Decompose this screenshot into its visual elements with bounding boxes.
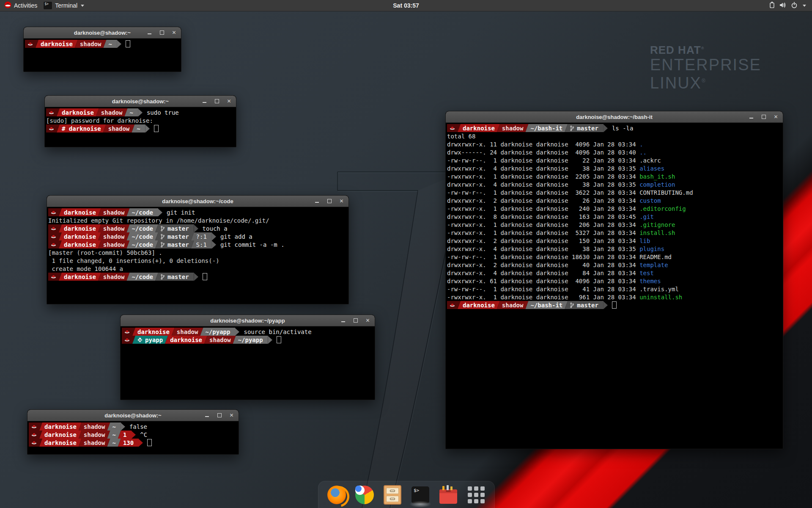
close-button[interactable]	[773, 114, 779, 120]
terminal-body[interactable]: darknoiseshadow~/pyappsource bin/activat…	[121, 326, 375, 344]
fedora-icon	[124, 337, 130, 342]
ls-row: drwxrwxr-x. 2 darknoise darknoise 26 Jan…	[447, 196, 781, 204]
terminal-cursor	[154, 125, 159, 132]
prompt-line: pyappdarknoiseshadow~/pyapp	[122, 336, 373, 344]
ls-row-fields: drwxrwxr-x. 4 darknoise darknoise 38 Jan…	[447, 246, 639, 252]
maximize-button[interactable]	[214, 99, 219, 104]
close-button[interactable]	[229, 413, 234, 418]
close-button[interactable]	[339, 199, 344, 204]
window-title: darknoise@shadow:~	[104, 412, 161, 419]
prompt-git-segment: master	[565, 124, 604, 132]
fedora-icon	[51, 226, 56, 231]
ls-file-name: install.sh	[639, 229, 675, 236]
ls-row-fields: -rwxrwxr-x. 1 darknoise darknoise 240 Ja…	[447, 205, 639, 212]
ls-row-fields: -rwxrwxr-x. 1 darknoise darknoise 961 Ja…	[447, 294, 639, 301]
branch-icon	[570, 302, 574, 308]
chrome-icon[interactable]	[355, 485, 374, 505]
prompt-line: darknoiseshadow~1^C	[29, 431, 237, 439]
prompt-arrow-icon	[145, 125, 150, 133]
minimize-button[interactable]	[204, 413, 210, 418]
ls-file-name: .travis.yml	[639, 286, 679, 293]
terminal-body[interactable]: darknoiseshadow~sudo true[sudo] password…	[45, 107, 236, 133]
close-button[interactable]	[226, 99, 232, 104]
ls-row-fields: -rw-rw-r--. 1 darknoise darknoise 18630 …	[447, 254, 639, 260]
minimize-button[interactable]	[314, 199, 320, 204]
prompt-path-segment: ~/code	[126, 232, 158, 240]
activities-button[interactable]: Activities	[0, 0, 41, 11]
terminal-body[interactable]: darknoiseshadow~falsedarknoiseshadow~1^C…	[27, 421, 239, 447]
ls-file-name: uninstall.sh	[639, 294, 682, 301]
distro-fedora-icon	[4, 1, 11, 10]
terminal-body[interactable]: darknoiseshadow~	[24, 39, 181, 48]
ls-row: -rw-rw-r--. 1 darknoise darknoise 41 Jan…	[447, 285, 781, 293]
minimize-button[interactable]	[749, 114, 754, 120]
clock[interactable]: Sat 03:57	[393, 0, 419, 11]
prompt-arrow-icon	[139, 439, 143, 447]
prompt-line: darknoiseshadow~/bash-itmasterls -la	[447, 124, 781, 132]
ls-row-fields: drwxrwxr-x. 11 darknoise darknoise 4096 …	[447, 141, 639, 148]
maximize-button[interactable]	[353, 318, 358, 323]
prompt-arrow-icon	[268, 336, 272, 344]
ls-file-name: custom	[639, 197, 661, 204]
terminal-window: darknoise@shadow:~darknoiseshadow~falsed…	[27, 409, 239, 455]
toolbox-icon[interactable]	[439, 485, 458, 505]
terminal-cursor	[277, 336, 281, 343]
prompt-line: darknoiseshadow~/pyappsource bin/activat…	[122, 328, 373, 336]
app-menu-terminal[interactable]: $> Terminal	[41, 0, 88, 11]
prompt-path-segment: ~/code	[126, 224, 158, 232]
branch-icon	[160, 274, 165, 280]
command-text: touch a	[203, 225, 228, 232]
prompt-path-segment: ~/pyapp	[233, 336, 268, 344]
window-controls	[202, 96, 232, 107]
close-button[interactable]	[365, 318, 370, 323]
prompt-host-segment: shadow	[98, 208, 130, 216]
ls-row: drwxrwxr-x. 4 darknoise darknoise 38 Jan…	[447, 245, 781, 253]
ls-file-name: README.md	[639, 254, 672, 260]
ls-row-fields: -rwxrwxr-x. 1 darknoise darknoise 206 Ja…	[447, 221, 639, 228]
fedora-icon	[450, 302, 455, 308]
show-apps-icon[interactable]	[466, 485, 486, 505]
output-line: create mode 100644 a	[48, 265, 347, 273]
files-icon[interactable]	[383, 485, 402, 505]
battery-icon	[769, 1, 775, 10]
prompt-arrow-icon	[117, 40, 121, 48]
minimize-button[interactable]	[202, 99, 207, 104]
window-titlebar[interactable]: darknoise@shadow:~	[45, 96, 236, 107]
maximize-button[interactable]	[761, 114, 766, 120]
ls-row-fields: drwxrwxr-x. 4 darknoise darknoise 84 Jan…	[447, 270, 639, 276]
terminal-body[interactable]: darknoiseshadow~/bash-itmasterls -latota…	[446, 123, 783, 309]
terminal-body[interactable]: darknoiseshadow~/codegit initInitialized…	[47, 207, 348, 281]
window-titlebar[interactable]: darknoise@shadow:~/code	[47, 196, 348, 207]
output-line: 1 file changed, 0 insertions(+), 0 delet…	[48, 257, 347, 265]
window-title: darknoise@shadow:~/code	[162, 198, 233, 204]
prompt-line: # darknoiseshadow~	[46, 124, 234, 133]
ls-row: -rw-rw-r--. 1 darknoise darknoise 22 Jan…	[447, 156, 781, 164]
minimize-button[interactable]	[147, 30, 152, 36]
ls-row-fields: -rw-rw-r--. 1 darknoise darknoise 22 Jan…	[447, 157, 639, 164]
prompt-path-segment: ~/code	[126, 208, 158, 216]
ls-row: -rw-rw-r--. 1 darknoise darknoise 18630 …	[447, 253, 781, 261]
minimize-button[interactable]	[340, 318, 346, 323]
maximize-button[interactable]	[217, 413, 222, 418]
system-status-area[interactable]	[767, 0, 809, 11]
prompt-user-segment: darknoise	[59, 224, 101, 232]
window-titlebar[interactable]: darknoise@shadow:~/bash-it	[446, 111, 783, 123]
ls-file-name: ..	[639, 149, 647, 156]
maximize-button[interactable]	[159, 30, 165, 36]
terminal-icon[interactable]: $>	[411, 485, 430, 505]
prompt-line: darknoiseshadow~false	[29, 422, 237, 431]
ls-file-name: bash_it.sh	[639, 173, 675, 180]
ls-file-name: .	[639, 141, 643, 148]
window-titlebar[interactable]: darknoise@shadow:~/pyapp	[121, 315, 375, 326]
firefox-icon[interactable]	[327, 485, 346, 505]
window-titlebar[interactable]: darknoise@shadow:~	[24, 27, 181, 39]
ls-row: -rw-rw-r--. 1 darknoise darknoise 3622 J…	[447, 188, 781, 196]
prompt-user-segment: darknoise	[165, 336, 207, 344]
prompt-arrow-icon	[235, 328, 239, 336]
window-titlebar[interactable]: darknoise@shadow:~	[27, 410, 239, 421]
branch-icon	[160, 226, 165, 232]
command-text: sudo true	[147, 109, 179, 116]
window-title: darknoise@shadow:~	[112, 98, 169, 105]
maximize-button[interactable]	[326, 199, 332, 204]
close-button[interactable]	[171, 30, 177, 36]
